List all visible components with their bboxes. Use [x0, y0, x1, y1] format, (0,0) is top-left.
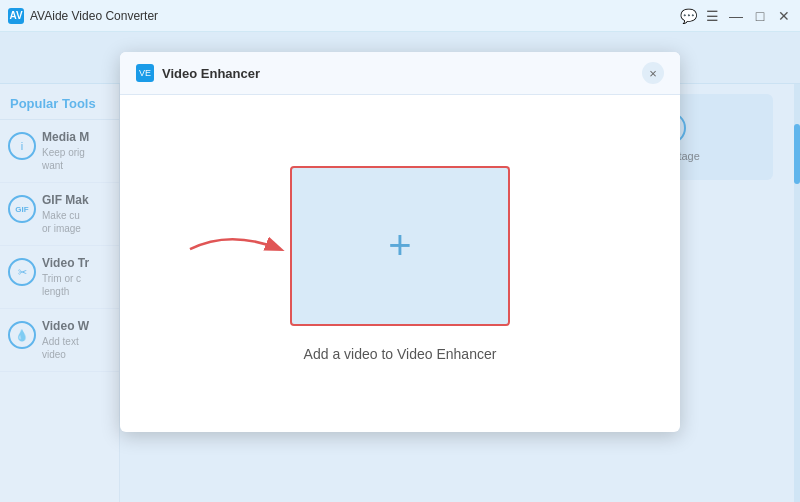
menu-icon[interactable]: ☰ [704, 8, 720, 24]
drop-hint-text: Add a video to Video Enhancer [304, 346, 497, 362]
modal-title-icon: VE [136, 64, 154, 82]
video-enhancer-modal: VE Video Enhancer × [120, 52, 680, 432]
app-title: AVAide Video Converter [30, 9, 158, 23]
window-controls: 💬 ☰ — □ ✕ [680, 8, 792, 24]
close-button[interactable]: ✕ [776, 8, 792, 24]
drop-hint: Add a video to Video Enhancer [304, 346, 497, 362]
plus-icon: + [388, 223, 411, 268]
modal-body: + Add a video to Video Enhancer [120, 95, 680, 432]
arrow-icon [180, 219, 310, 279]
drop-zone[interactable]: + [290, 166, 510, 326]
minimize-button[interactable]: — [728, 8, 744, 24]
app-icon: AV [8, 8, 24, 24]
arrow-container [180, 219, 310, 283]
modal-header: VE Video Enhancer × [120, 52, 680, 95]
modal-title: Video Enhancer [162, 66, 260, 81]
modal-close-button[interactable]: × [642, 62, 664, 84]
message-icon[interactable]: 💬 [680, 8, 696, 24]
modal-title-area: VE Video Enhancer [136, 64, 260, 82]
modal-overlay: VE Video Enhancer × [0, 32, 800, 502]
maximize-button[interactable]: □ [752, 8, 768, 24]
title-bar: AV AVAide Video Converter 💬 ☰ — □ ✕ [0, 0, 800, 32]
